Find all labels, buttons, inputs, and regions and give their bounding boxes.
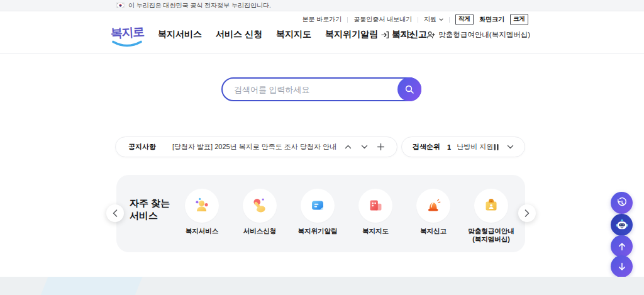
divider xyxy=(418,17,418,23)
search-rank-keyword[interactable]: 난방비 지원 xyxy=(457,142,494,152)
service-item-welfare-map[interactable]: 복지지도 xyxy=(347,189,404,243)
plus-icon xyxy=(377,143,384,150)
service-item-crisis-alert[interactable]: 복지위기알림 xyxy=(289,189,347,243)
rank-pause-button[interactable] xyxy=(494,144,499,150)
arrow-down-icon xyxy=(616,261,628,272)
skip-to-content-link[interactable]: 본문 바로가기 xyxy=(302,15,341,24)
nav-service-apply[interactable]: 서비스 신청 xyxy=(216,29,262,40)
footer-decor-shape xyxy=(39,277,143,295)
notice-more-button[interactable] xyxy=(377,143,384,150)
search-rank-number: 1 xyxy=(447,143,451,151)
carousel-prev-button[interactable] xyxy=(106,204,124,222)
pause-icon xyxy=(494,144,499,150)
frequent-services-card: 자주 찾는 서비스 복지서비스 xyxy=(116,175,525,252)
scroll-top-button[interactable] xyxy=(611,235,633,257)
service-label: 복지위기알림 xyxy=(298,227,338,235)
support-label: 지원 xyxy=(424,15,436,24)
service-label: 복지서비스 xyxy=(186,227,219,235)
login-icon xyxy=(381,31,389,39)
logo-text: 복지로 xyxy=(110,24,144,42)
header-actions: 로그인 맞춤형급여안내(복지멤버십) xyxy=(381,30,530,40)
footer-band xyxy=(0,277,644,295)
search-rank-label: 검색순위 xyxy=(413,142,440,152)
robot-face-icon xyxy=(615,218,629,232)
gov-banner: 이 누리집은 대한민국 공식 전자정부 누리집입니다. xyxy=(0,0,644,11)
chatbot-button[interactable] xyxy=(611,214,633,236)
building-icon xyxy=(365,195,386,216)
services-row: 복지서비스 서비스신청 xyxy=(173,189,520,243)
chat-bubble-icon xyxy=(307,195,328,216)
divider xyxy=(347,17,348,23)
person-dots-icon xyxy=(191,195,213,216)
notice-bar: 공지사항 [당첨자 발표] 2025년 복지로 만족도 조사 당첨자 안내 xyxy=(115,136,397,157)
utility-bar: 본문 바로가기 공동인증서 내보내기 지원 작게 화면크기 크게 xyxy=(302,14,528,25)
chevron-left-icon xyxy=(113,209,118,217)
recent-history-button[interactable] xyxy=(611,192,633,214)
header-divider xyxy=(0,53,644,54)
notice-link[interactable]: [당첨자 발표] 2025년 복지로 만족도 조사 당첨자 안내 xyxy=(172,142,345,152)
clipboard-person-icon xyxy=(480,195,502,216)
gov-banner-text: 이 누리집은 대한민국 공식 전자정부 누리집입니다. xyxy=(128,1,271,10)
frequent-services-heading: 자주 찾는 서비스 xyxy=(130,197,170,223)
magnifier-icon xyxy=(404,84,414,94)
carousel-next-button[interactable] xyxy=(518,204,536,222)
chevron-up-icon xyxy=(345,145,352,149)
bokjiro-logo[interactable]: 복지로 xyxy=(108,25,146,47)
login-button[interactable]: 로그인 xyxy=(381,30,414,40)
notice-label: 공지사항 xyxy=(128,142,156,152)
siren-icon xyxy=(423,195,444,216)
scroll-down-button[interactable] xyxy=(611,255,633,277)
certificate-export-link[interactable]: 공동인증서 내보내기 xyxy=(353,15,412,24)
service-label: 복지지도 xyxy=(362,227,389,235)
font-smaller-button[interactable]: 작게 xyxy=(455,14,474,25)
service-item-welfare-services[interactable]: 복지서비스 xyxy=(173,189,231,243)
person-plus-icon xyxy=(426,31,435,39)
chevron-right-icon xyxy=(525,209,530,217)
clock-history-icon xyxy=(616,197,628,209)
service-item-welfare-report[interactable]: 복지신고 xyxy=(404,189,462,243)
divider xyxy=(449,17,450,23)
service-item-membership-guide[interactable]: 맞춤형급여안내 (복지멤버십) xyxy=(462,189,520,243)
korea-flag-icon xyxy=(116,3,125,8)
service-label: 맞춤형급여안내 (복지멤버십) xyxy=(468,227,514,243)
notice-prev-button[interactable] xyxy=(345,145,352,149)
nav-welfare-crisis-alert[interactable]: 복지위기알림 xyxy=(325,29,378,40)
font-size-label: 화면크기 xyxy=(479,15,504,24)
arrow-up-icon xyxy=(616,241,628,252)
membership-label: 맞춤형급여안내(복지멤버십) xyxy=(438,30,530,40)
nav-welfare-map[interactable]: 복지지도 xyxy=(276,29,311,40)
rank-expand-button[interactable] xyxy=(507,145,514,149)
service-item-service-apply[interactable]: 서비스신청 xyxy=(231,189,289,243)
support-dropdown[interactable]: 지원 xyxy=(424,15,443,24)
nav-welfare-services[interactable]: 복지서비스 xyxy=(158,29,202,40)
notice-next-button[interactable] xyxy=(361,145,368,149)
search-input[interactable] xyxy=(234,85,392,94)
membership-button[interactable]: 맞춤형급여안내(복지멤버십) xyxy=(426,30,530,40)
chevron-down-icon xyxy=(361,145,368,149)
service-label: 복지신고 xyxy=(420,227,447,235)
chevron-down-icon xyxy=(439,18,443,21)
login-label: 로그인 xyxy=(392,30,414,40)
search-rank-bar: 검색순위 1 난방비 지원 xyxy=(401,136,525,157)
search-bar xyxy=(221,77,421,101)
hand-click-icon xyxy=(249,195,270,216)
font-larger-button[interactable]: 크게 xyxy=(510,14,528,25)
chevron-down-icon xyxy=(507,145,514,149)
search-button[interactable] xyxy=(397,77,421,101)
service-label: 서비스신청 xyxy=(243,227,277,235)
